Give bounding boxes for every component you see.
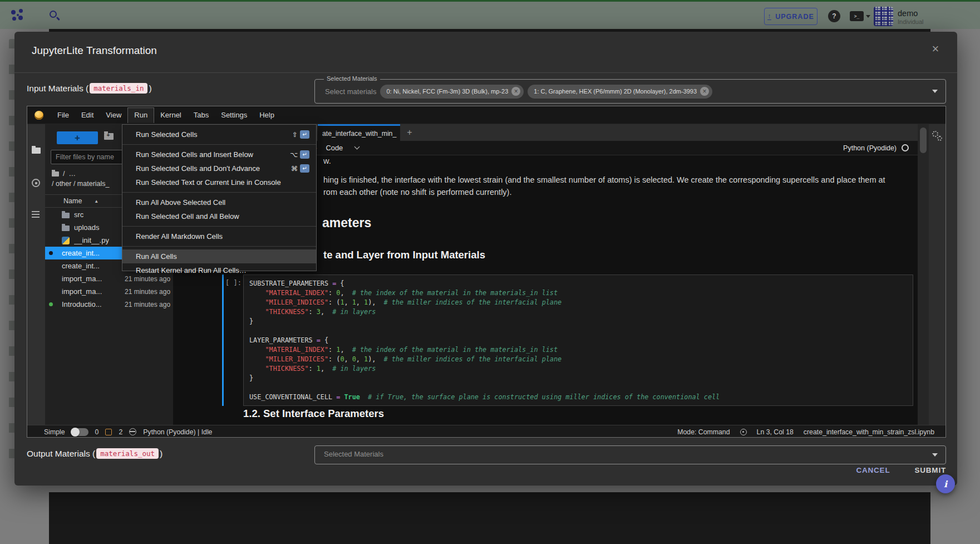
cell-type-dropdown[interactable]: Code bbox=[326, 144, 343, 152]
menubar-item[interactable]: Help bbox=[253, 108, 280, 122]
cell-type-caret-icon[interactable] bbox=[354, 144, 360, 150]
info-fab-button[interactable]: i bbox=[936, 474, 955, 493]
app-logo-icon[interactable] bbox=[11, 9, 24, 22]
return-key-icon: ↵ bbox=[300, 150, 309, 159]
kernel-name[interactable]: Python (Pyodide) bbox=[843, 144, 897, 152]
notification-icon[interactable] bbox=[740, 429, 747, 435]
run-menu-item-label: Run All Cells bbox=[136, 252, 309, 261]
kernel-status-text[interactable]: Python (Pyodide) | Idle bbox=[143, 428, 212, 436]
console-icon[interactable]: >_ bbox=[850, 11, 864, 21]
help-icon[interactable]: ? bbox=[828, 10, 840, 22]
simple-mode-toggle[interactable] bbox=[72, 428, 88, 436]
menu-divider bbox=[122, 226, 316, 227]
material-chip-label: 0: Ni, Nickel, FCC (Fm-3m) 3D (Bulk), mp… bbox=[386, 88, 508, 95]
file-browser-tab-icon[interactable] bbox=[32, 148, 41, 154]
menu-divider bbox=[122, 144, 316, 145]
menubar-item-label: Tabs bbox=[194, 111, 209, 119]
menu-shortcut: ⌥ ↵ bbox=[290, 150, 309, 159]
dropdown-caret-icon[interactable] bbox=[932, 90, 938, 93]
search-icon[interactable] bbox=[50, 11, 57, 18]
file-row[interactable]: Introductio... 21 minutes ago bbox=[45, 298, 173, 311]
material-chip-label: 1: C, Graphene, HEX (P6/mmm) 2D (Monolay… bbox=[534, 88, 697, 95]
run-menu-item[interactable]: Render All Markdown Cells bbox=[122, 229, 316, 243]
running-sessions-icon[interactable] bbox=[32, 179, 40, 187]
new-launcher-button[interactable]: + bbox=[57, 131, 98, 144]
file-name: import_ma... bbox=[62, 275, 102, 283]
input-materials-label: Input Materials ( materials_in ) bbox=[27, 83, 152, 94]
file-name: create_int... bbox=[62, 249, 100, 257]
menubar-items: File Edit View Run bbox=[51, 107, 280, 123]
notebook-scrollbar[interactable] bbox=[918, 124, 929, 425]
close-icon[interactable]: × bbox=[928, 42, 943, 56]
chip-close-icon[interactable]: × bbox=[700, 87, 709, 96]
section-heading-1-1: te and Layer from Input Materials bbox=[323, 249, 485, 261]
run-menu-item[interactable]: Run Selected Cells and Don't Advance ⌘ ↵ bbox=[122, 161, 316, 175]
file-status-dot bbox=[49, 302, 53, 306]
modifier-key-icon: ⌘ bbox=[291, 165, 298, 173]
breadcrumb[interactable]: / … bbox=[52, 170, 76, 178]
menubar-item[interactable]: Run bbox=[127, 107, 154, 123]
menu-divider bbox=[122, 192, 316, 193]
material-chip[interactable]: 1: C, Graphene, HEX (P6/mmm) 2D (Monolay… bbox=[528, 85, 712, 99]
output-label-suffix: ) bbox=[160, 449, 162, 459]
code-cell-editor[interactable]: SUBSTRATE_PARAMETERS = { "MATERIAL_INDEX… bbox=[243, 275, 913, 406]
menubar-item[interactable]: File bbox=[51, 108, 75, 122]
new-folder-icon[interactable] bbox=[104, 133, 114, 140]
material-chip[interactable]: 0: Ni, Nickel, FCC (Fm-3m) 3D (Bulk), mp… bbox=[380, 85, 524, 99]
run-menu-item[interactable]: Run Selected Text or Current Line in Con… bbox=[122, 175, 316, 189]
command-mode-label[interactable]: Mode: Command bbox=[677, 428, 730, 436]
kernel-status-icon[interactable] bbox=[902, 144, 909, 151]
output-materials-select[interactable]: Selected Materials bbox=[314, 445, 946, 464]
file-name: uploads bbox=[74, 223, 100, 232]
user-avatar[interactable] bbox=[874, 7, 893, 26]
run-menu-item[interactable]: Run Selected Cells ⇧ ↵ bbox=[122, 128, 316, 141]
chip-close-icon[interactable]: × bbox=[511, 87, 520, 96]
selected-cell-indicator bbox=[222, 275, 224, 406]
terminals-count[interactable]: 0 bbox=[95, 428, 99, 436]
input-label-suffix: ) bbox=[149, 84, 151, 94]
kernel-zone: Python (Pyodide) bbox=[843, 144, 918, 152]
file-name: import_ma... bbox=[62, 287, 102, 296]
menubar-item[interactable]: Kernel bbox=[154, 108, 188, 122]
kernels-count[interactable]: 2 bbox=[119, 428, 122, 436]
menubar-item[interactable]: Edit bbox=[75, 108, 100, 122]
menubar-item-label: Edit bbox=[81, 111, 93, 119]
name-column-header: Name bbox=[63, 197, 82, 205]
notebook-tab-title: ate_interface_with_min_ bbox=[322, 130, 396, 138]
file-type-icon bbox=[62, 213, 70, 218]
run-menu-item[interactable]: Run Selected Cells and Insert Below ⌥ ↵ bbox=[122, 148, 316, 161]
run-menu-item[interactable]: Run All Cells bbox=[122, 249, 316, 263]
file-row[interactable]: import_ma... 21 minutes ago bbox=[45, 285, 173, 298]
run-menu-item[interactable]: Run All Above Selected Cell bbox=[122, 195, 316, 209]
run-menu-item[interactable]: Restart Kernel and Run All Cells… bbox=[122, 263, 316, 277]
run-menu-item[interactable]: Run Selected Cell and All Below bbox=[122, 209, 316, 223]
new-tab-button[interactable]: + bbox=[403, 126, 416, 139]
scrollbar-thumb[interactable] bbox=[920, 128, 927, 153]
menu-shortcut: ⌘ ↵ bbox=[291, 164, 309, 173]
dialog-actions: CANCEL SUBMIT bbox=[856, 466, 946, 474]
cancel-button[interactable]: CANCEL bbox=[856, 466, 890, 474]
breadcrumb-folder-icon bbox=[52, 171, 59, 177]
cursor-position[interactable]: Ln 3, Col 18 bbox=[757, 428, 794, 436]
kernel-sessions-icon[interactable] bbox=[105, 429, 112, 435]
menubar-item[interactable]: Settings bbox=[215, 108, 253, 122]
title-divider bbox=[14, 72, 957, 73]
right-activity-bar bbox=[929, 124, 946, 425]
table-of-contents-icon[interactable] bbox=[32, 211, 40, 212]
notebook-tab[interactable]: ate_interface_with_min_ bbox=[318, 124, 400, 141]
menubar-item[interactable]: Tabs bbox=[188, 108, 215, 122]
language-globe-icon[interactable] bbox=[129, 428, 136, 435]
run-menu-item-label: Run Selected Cells and Don't Advance bbox=[136, 164, 291, 173]
property-inspector-icon[interactable] bbox=[932, 131, 943, 142]
submit-button[interactable]: SUBMIT bbox=[914, 466, 946, 474]
console-caret-icon bbox=[866, 15, 870, 18]
menubar-item[interactable]: View bbox=[100, 108, 127, 122]
material-chips-row: Select materials 0: Ni, Nickel, FCC (Fm-… bbox=[321, 80, 923, 103]
output-dropdown-caret-icon[interactable] bbox=[932, 453, 938, 457]
markdown-paragraph-line2: rom each other (note no shift is perform… bbox=[323, 188, 511, 197]
upgrade-button[interactable]: ↑ UPGRADE bbox=[764, 8, 818, 25]
selected-materials-input[interactable]: Selected Materials Select materials 0: N… bbox=[314, 79, 946, 104]
file-name: src bbox=[74, 210, 83, 219]
file-name: Introductio... bbox=[62, 300, 102, 308]
cell-prompt: [ ]: bbox=[225, 279, 242, 287]
